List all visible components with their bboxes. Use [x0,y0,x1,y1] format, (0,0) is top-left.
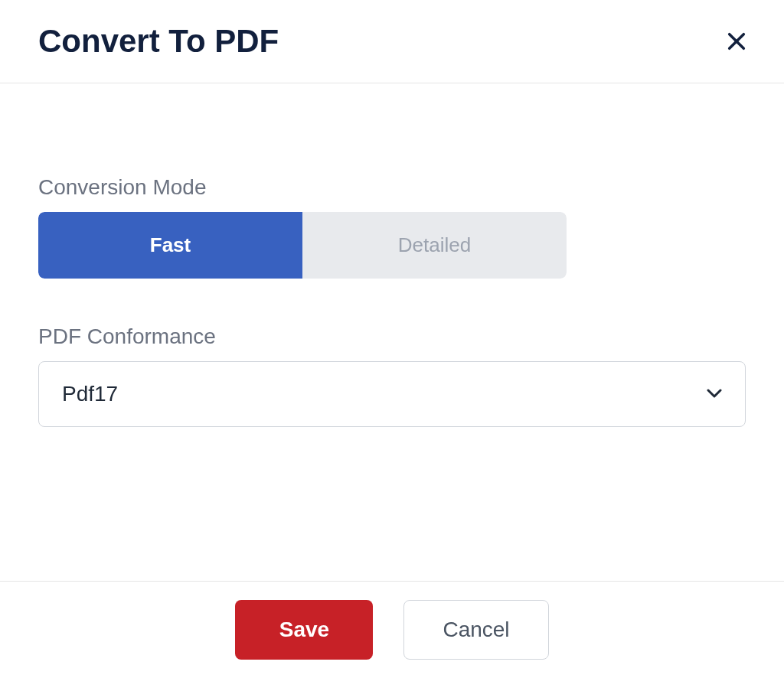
close-icon [726,31,747,52]
dialog-header: Convert To PDF [0,0,784,83]
dialog-footer: Save Cancel [0,581,784,678]
save-button[interactable]: Save [235,600,373,660]
convert-to-pdf-dialog: Convert To PDF Conversion Mode Fast Deta… [0,0,784,678]
conversion-mode-field: Conversion Mode Fast Detailed [38,175,746,279]
conversion-mode-fast[interactable]: Fast [38,212,302,279]
conversion-mode-toggle: Fast Detailed [38,212,567,279]
conversion-mode-label: Conversion Mode [38,175,746,200]
pdf-conformance-label: PDF Conformance [38,324,746,349]
dialog-title: Convert To PDF [38,23,279,60]
pdf-conformance-field: PDF Conformance Pdf17 [38,324,746,427]
chevron-down-icon [707,386,722,403]
close-button[interactable] [720,24,753,58]
conversion-mode-detailed[interactable]: Detailed [302,212,567,279]
pdf-conformance-select[interactable]: Pdf17 [38,361,746,427]
pdf-conformance-value: Pdf17 [62,382,118,406]
cancel-button[interactable]: Cancel [403,600,548,660]
pdf-conformance-select-wrapper: Pdf17 [38,361,746,427]
dialog-body: Conversion Mode Fast Detailed PDF Confor… [0,83,784,581]
